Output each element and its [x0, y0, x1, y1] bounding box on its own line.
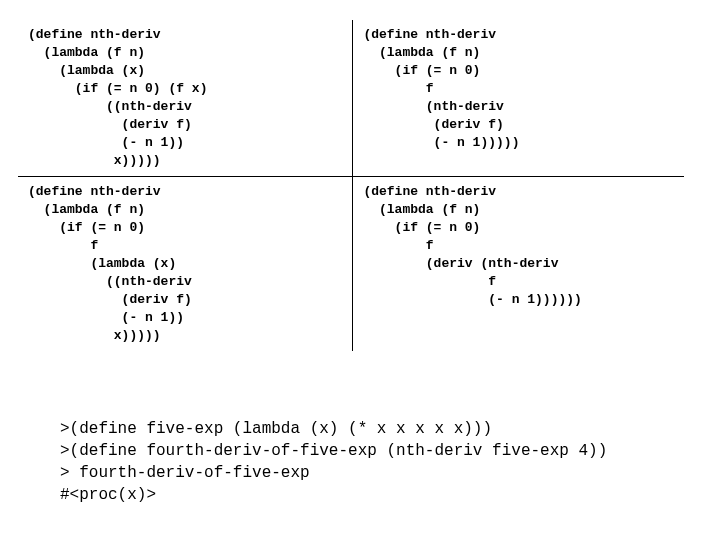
- repl-transcript: >(define five-exp (lambda (x) (* x x x x…: [60, 418, 607, 506]
- quadrant-top-right: (define nth-deriv (lambda (f n) (if (= n…: [352, 20, 684, 177]
- quadrant-bottom-left: (define nth-deriv (lambda (f n) (if (= n…: [18, 177, 352, 351]
- quadrant-bottom-right: (define nth-deriv (lambda (f n) (if (= n…: [352, 177, 684, 351]
- quadrant-row-top: (define nth-deriv (lambda (f n) (lambda …: [18, 20, 684, 177]
- code-quadrants: (define nth-deriv (lambda (f n) (lambda …: [18, 20, 684, 351]
- quadrant-row-bottom: (define nth-deriv (lambda (f n) (if (= n…: [18, 177, 684, 351]
- quadrant-top-left: (define nth-deriv (lambda (f n) (lambda …: [18, 20, 352, 177]
- page: (define nth-deriv (lambda (f n) (lambda …: [0, 0, 720, 540]
